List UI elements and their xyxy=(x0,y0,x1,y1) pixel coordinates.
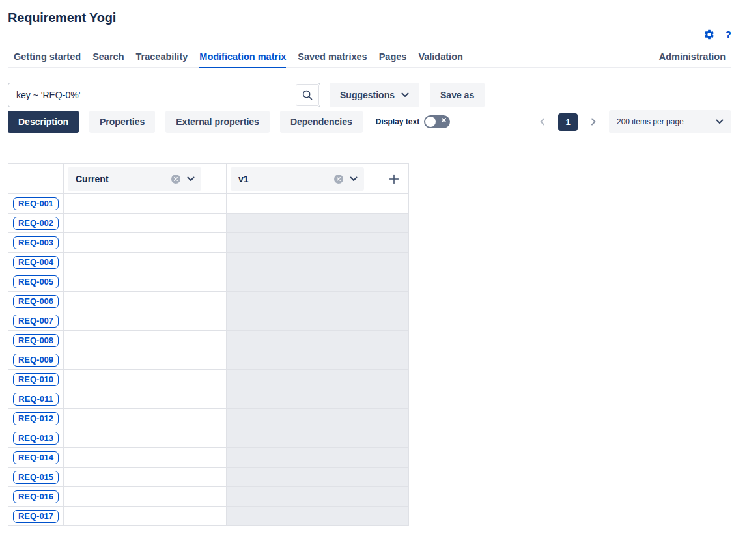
tab-getting-started[interactable]: Getting started xyxy=(14,51,81,68)
matrix-row: REQ-009 xyxy=(8,350,409,370)
tab-saved-matrixes[interactable]: Saved matrixes xyxy=(298,51,367,68)
v1-cell xyxy=(227,428,409,448)
chevron-down-icon xyxy=(401,92,409,98)
v1-cell xyxy=(227,253,409,272)
gear-icon[interactable] xyxy=(703,29,715,40)
requirement-key-cell: REQ-004 xyxy=(8,253,64,272)
current-cell xyxy=(64,409,227,428)
current-cell xyxy=(64,389,227,409)
v1-cell xyxy=(227,487,409,507)
next-page-button[interactable] xyxy=(589,117,598,126)
column-selector-v1[interactable]: v1 xyxy=(231,167,364,191)
current-cell xyxy=(64,292,227,311)
v1-cell xyxy=(227,194,409,214)
matrix-row: REQ-015 xyxy=(8,468,409,487)
requirement-link[interactable]: REQ-003 xyxy=(13,236,59,249)
suggestions-button[interactable]: Suggestions xyxy=(330,83,419,107)
current-cell xyxy=(64,233,227,253)
filter-button-properties[interactable]: Properties xyxy=(89,111,155,133)
current-cell xyxy=(64,194,227,214)
v1-column-header: v1 xyxy=(227,164,409,194)
requirement-key-cell: REQ-010 xyxy=(8,370,64,389)
requirement-key-cell: REQ-012 xyxy=(8,409,64,428)
requirement-link[interactable]: REQ-016 xyxy=(13,490,59,503)
requirement-key-cell: REQ-011 xyxy=(8,389,64,409)
circle-x-icon[interactable] xyxy=(334,175,343,184)
previous-page-button[interactable] xyxy=(538,117,547,126)
filter-row: DescriptionPropertiesExternal properties… xyxy=(8,110,731,133)
requirement-link[interactable]: REQ-008 xyxy=(13,334,59,347)
matrix-header-row: Current v1 xyxy=(8,164,409,194)
requirement-link[interactable]: REQ-002 xyxy=(13,217,59,230)
column-label: Current xyxy=(76,174,165,184)
search-row: Suggestions Save as xyxy=(8,83,731,107)
v1-cell xyxy=(227,507,409,526)
filter-button-description[interactable]: Description xyxy=(8,111,79,133)
current-column-header: Current xyxy=(64,164,227,194)
v1-cell xyxy=(227,409,409,428)
add-column-button[interactable] xyxy=(388,173,400,185)
page: Requirement Yogi ? Getting startedSearch… xyxy=(0,0,747,560)
matrix-row: REQ-012 xyxy=(8,409,409,428)
search-icon xyxy=(302,89,313,101)
requirement-key-cell: REQ-015 xyxy=(8,468,64,487)
items-per-page-select[interactable]: 200 items per page xyxy=(609,110,731,133)
tab-traceability[interactable]: Traceability xyxy=(136,51,188,68)
display-text-control: Display text xyxy=(376,115,450,128)
current-cell xyxy=(64,487,227,507)
chevron-down-icon[interactable] xyxy=(350,176,358,182)
current-cell xyxy=(64,448,227,468)
column-selector-current[interactable]: Current xyxy=(68,167,201,191)
requirement-link[interactable]: REQ-012 xyxy=(13,412,59,425)
requirement-link[interactable]: REQ-013 xyxy=(13,432,59,445)
requirement-link[interactable]: REQ-007 xyxy=(13,315,59,328)
circle-x-icon[interactable] xyxy=(171,175,180,184)
current-page-badge[interactable]: 1 xyxy=(558,113,578,131)
matrix-row: REQ-002 xyxy=(8,214,409,233)
tab-pages[interactable]: Pages xyxy=(379,51,407,68)
requirement-link[interactable]: REQ-004 xyxy=(13,256,59,269)
help-icon[interactable]: ? xyxy=(726,29,731,40)
requirement-link[interactable]: REQ-001 xyxy=(13,197,59,210)
suggestions-label: Suggestions xyxy=(340,90,395,100)
v1-cell xyxy=(227,468,409,487)
v1-cell xyxy=(227,292,409,311)
matrix-row: REQ-003 xyxy=(8,233,409,253)
requirement-key-cell: REQ-007 xyxy=(8,311,64,331)
chevron-down-icon[interactable] xyxy=(187,176,195,182)
display-text-toggle[interactable] xyxy=(424,115,450,128)
current-cell xyxy=(64,331,227,350)
search-button[interactable] xyxy=(296,84,319,106)
tab-search[interactable]: Search xyxy=(92,51,124,68)
items-per-page-value: 200 items per page xyxy=(617,117,716,126)
requirement-link[interactable]: REQ-015 xyxy=(13,471,59,484)
search-input[interactable] xyxy=(8,83,296,107)
modification-matrix-table: Current v1 xyxy=(8,163,409,526)
requirement-link[interactable]: REQ-010 xyxy=(13,373,59,386)
requirement-link[interactable]: REQ-011 xyxy=(13,393,58,406)
plus-icon xyxy=(388,173,400,185)
current-cell xyxy=(64,428,227,448)
v1-cell xyxy=(227,233,409,253)
requirement-link[interactable]: REQ-014 xyxy=(13,451,59,464)
v1-cell xyxy=(227,350,409,370)
save-as-button[interactable]: Save as xyxy=(430,83,485,107)
tab-administration[interactable]: Administration xyxy=(659,51,726,68)
v1-cell xyxy=(227,214,409,233)
requirement-link[interactable]: REQ-006 xyxy=(13,295,59,308)
requirement-key-cell: REQ-013 xyxy=(8,428,64,448)
tab-validation[interactable]: Validation xyxy=(418,51,463,68)
current-cell xyxy=(64,253,227,272)
filter-button-external-properties[interactable]: External properties xyxy=(165,111,270,133)
matrix-row: REQ-014 xyxy=(8,448,409,468)
requirement-link[interactable]: REQ-017 xyxy=(13,510,59,523)
requirement-link[interactable]: REQ-009 xyxy=(13,354,59,367)
filter-button-dependencies[interactable]: Dependencies xyxy=(280,111,363,133)
matrix-body: REQ-001REQ-002REQ-003REQ-004REQ-005REQ-0… xyxy=(8,194,409,526)
tab-modification-matrix[interactable]: Modification matrix xyxy=(199,51,286,68)
requirement-link[interactable]: REQ-005 xyxy=(13,275,59,288)
requirement-key-cell: REQ-003 xyxy=(8,233,64,253)
pagination-controls: 1 200 items per page xyxy=(538,110,731,133)
requirement-key-cell: REQ-017 xyxy=(8,507,64,526)
current-cell xyxy=(64,311,227,331)
